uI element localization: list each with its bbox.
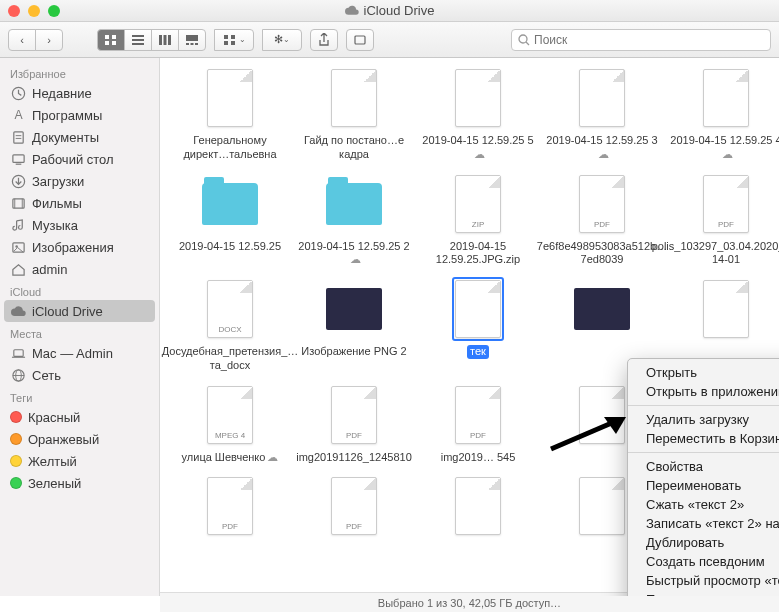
cloud-download-icon: ☁ [267, 451, 278, 463]
file-item-2[interactable]: 2019-04-15 12.59.25 5☁ [420, 66, 536, 162]
arrange-button[interactable]: ⌄ [214, 29, 254, 51]
file-item-12[interactable]: тек [420, 277, 536, 373]
document-icon: PDF [331, 477, 377, 535]
sidebar-item-fav-2[interactable]: Документы [0, 126, 159, 148]
sidebar-item-fav-3[interactable]: Рабочий стол [0, 148, 159, 170]
action-button[interactable]: ✻ ⌄ [262, 29, 302, 51]
forward-button[interactable]: › [35, 29, 63, 51]
menu-item-4[interactable]: Переместить в Корзину [628, 429, 779, 448]
nav-buttons: ‹ › [8, 29, 63, 51]
sidebar-label: Mac — Admin [32, 346, 113, 361]
back-button[interactable]: ‹ [8, 29, 36, 51]
menu-item-3[interactable]: Удалить загрузку [628, 410, 779, 429]
search-input[interactable] [534, 33, 764, 47]
menu-item-8[interactable]: Сжать «текст 2» [628, 495, 779, 514]
gallery-view-button[interactable] [178, 29, 206, 51]
file-item-11[interactable]: Изображение PNG 2 [296, 277, 412, 373]
arrange-group: ⌄ [214, 29, 254, 51]
document-icon: PDF [703, 175, 749, 233]
sidebar-label: Рабочий стол [32, 152, 114, 167]
file-item-16[interactable]: PDFimg20191126_1245810 [296, 383, 412, 465]
document-icon: ZIP [455, 175, 501, 233]
sidebar-item-tag-2[interactable]: Желтый [0, 450, 159, 472]
sidebar-head-tags: Теги [0, 386, 159, 406]
sidebar-item-fav-5[interactable]: Фильмы [0, 192, 159, 214]
file-name: Изображение PNG 2 [301, 345, 406, 359]
menu-item-9[interactable]: Записать «текст 2» на диск… [628, 514, 779, 533]
file-item-3[interactable]: 2019-04-15 12.59.25 3☁ [544, 66, 660, 162]
sidebar-item-fav-6[interactable]: Музыка [0, 214, 159, 236]
sidebar-item-fav-7[interactable]: Изображения [0, 236, 159, 258]
sidebar-item-tag-3[interactable]: Зеленый [0, 472, 159, 494]
sidebar-item-tag-0[interactable]: Красный [0, 406, 159, 428]
sidebar-item-fav-4[interactable]: Загрузки [0, 170, 159, 192]
svg-rect-1 [112, 35, 116, 39]
home-icon [10, 261, 26, 277]
file-item-17[interactable]: PDFimg2019… 545 [420, 383, 536, 465]
document-icon [703, 280, 749, 338]
sidebar-item-loc-1[interactable]: Сеть [0, 364, 159, 386]
svg-rect-2 [105, 41, 109, 45]
sidebar-head-locations: Места [0, 322, 159, 342]
tag-dot-icon [10, 477, 22, 489]
image-icon [574, 288, 630, 330]
menu-item-6[interactable]: Свойства [628, 457, 779, 476]
file-name: 2019-04-15 12.59.25 2☁ [296, 240, 412, 268]
cloud-icon [10, 303, 26, 319]
folder-icon [202, 183, 258, 225]
cloud-download-icon: ☁ [350, 253, 361, 265]
menu-item-10[interactable]: Дублировать [628, 533, 779, 552]
sidebar-item-fav-1[interactable]: AПрограммы [0, 104, 159, 126]
cloud-download-icon: ☁ [598, 148, 609, 160]
sidebar-item-tag-1[interactable]: Оранжевый [0, 428, 159, 450]
sidebar-label: Музыка [32, 218, 78, 233]
column-view-button[interactable] [151, 29, 179, 51]
file-item-10[interactable]: DOCXДосудебная_претензия_…та_docx [172, 277, 288, 373]
file-name: 7e6f8e498953083a512b…7ed8039 [537, 240, 667, 268]
menu-item-7[interactable]: Переименовать [628, 476, 779, 495]
sidebar-label: admin [32, 262, 67, 277]
sidebar-item-fav-0[interactable]: Недавние [0, 82, 159, 104]
file-browser[interactable]: Генеральному директ…тальевнаГайд по пост… [160, 58, 779, 596]
search-field[interactable] [511, 29, 771, 51]
icon-view-button[interactable] [97, 29, 125, 51]
menu-item-13[interactable]: Поделиться [628, 590, 779, 596]
file-name: 2019-04-15 12.59.25 3☁ [544, 134, 660, 162]
file-item-4[interactable]: 2019-04-15 12.59.25 4☁ [668, 66, 779, 162]
file-item-1[interactable]: Гайд по постано…е кадра [296, 66, 412, 162]
file-item-20[interactable]: PDF [172, 474, 288, 542]
sidebar-label: Документы [32, 130, 99, 145]
sidebar-label: Зеленый [28, 476, 81, 491]
menu-item-1[interactable]: Открыть в приложении [628, 382, 779, 401]
sidebar: Избранное НедавниеAПрограммыДокументыРаб… [0, 58, 160, 596]
svg-rect-34 [13, 349, 22, 356]
document-icon: PDF [331, 386, 377, 444]
toolbar: ‹ › ⌄ ✻ ⌄ [0, 22, 779, 58]
file-item-7[interactable]: ZIP2019-04-15 12.59.25.JPG.zip [420, 172, 536, 268]
file-item-22[interactable] [420, 474, 536, 542]
svg-rect-0 [105, 35, 109, 39]
file-item-8[interactable]: PDF7e6f8e498953083a512b…7ed8039 [544, 172, 660, 268]
sidebar-item-icloud-0[interactable]: iCloud Drive [4, 300, 155, 322]
file-item-21[interactable]: PDF [296, 474, 412, 542]
sidebar-label: Красный [28, 410, 80, 425]
svg-line-20 [526, 42, 529, 45]
tag-dot-icon [10, 411, 22, 423]
list-view-button[interactable] [124, 29, 152, 51]
sidebar-item-loc-0[interactable]: Mac — Admin [0, 342, 159, 364]
menu-item-11[interactable]: Создать псевдоним [628, 552, 779, 571]
file-item-6[interactable]: 2019-04-15 12.59.25 2☁ [296, 172, 412, 268]
share-button[interactable] [310, 29, 338, 51]
file-item-9[interactable]: PDFpolis_103297_03.04.2020_12-14-01 [668, 172, 779, 268]
menu-item-0[interactable]: Открыть [628, 363, 779, 382]
svg-rect-10 [186, 35, 198, 41]
file-item-0[interactable]: Генеральному директ…тальевна [172, 66, 288, 162]
sidebar-label: Изображения [32, 240, 114, 255]
cloud-download-icon: ☁ [722, 148, 733, 160]
tag-dot-icon [10, 455, 22, 467]
menu-item-12[interactable]: Быстрый просмотр «текст 2» [628, 571, 779, 590]
file-item-15[interactable]: MPEG 4улица Шевченко☁ [172, 383, 288, 465]
tags-button[interactable] [346, 29, 374, 51]
file-item-5[interactable]: 2019-04-15 12.59.25 [172, 172, 288, 268]
sidebar-item-fav-8[interactable]: admin [0, 258, 159, 280]
